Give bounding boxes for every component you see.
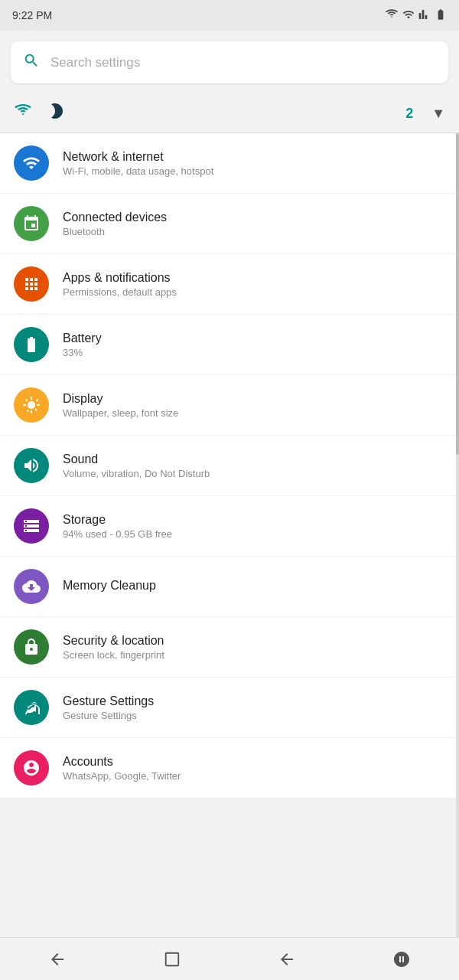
accounts-title: Accounts — [63, 755, 445, 769]
connected-devices-text: Connected devicesBluetooth — [63, 211, 445, 237]
battery-title: Battery — [63, 332, 445, 345]
settings-item-security[interactable]: Security & locationScreen lock, fingerpr… — [0, 617, 459, 678]
settings-list: Network & internetWi-Fi, mobile, data us… — [0, 133, 459, 799]
connected-devices-icon — [14, 206, 49, 241]
gesture-settings-title: Gesture Settings — [63, 694, 445, 708]
settings-scroll-area[interactable]: Network & internetWi-Fi, mobile, data us… — [0, 133, 459, 937]
network-icon — [14, 145, 49, 181]
settings-item-memory-cleanup[interactable]: Memory Cleanup — [0, 557, 459, 617]
moon-toggle-icon[interactable] — [47, 102, 66, 125]
settings-item-display[interactable]: DisplayWallpaper, sleep, font size — [0, 375, 459, 436]
display-title: Display — [63, 392, 445, 406]
accounts-text: AccountsWhatsApp, Google, Twitter — [63, 755, 445, 782]
sound-subtitle: Volume, vibration, Do Not Disturb — [63, 468, 445, 479]
search-bar[interactable]: Search settings — [11, 41, 448, 83]
apps-notifications-title: Apps & notifications — [63, 271, 445, 285]
settings-item-apps-notifications[interactable]: Apps & notificationsPermissions, default… — [0, 254, 459, 315]
status-bar: 9:22 PM — [0, 0, 459, 31]
chevron-down-icon[interactable]: ▼ — [431, 106, 445, 122]
signal-status-icon — [402, 8, 415, 24]
svg-rect-0 — [166, 952, 179, 965]
sound-icon — [14, 448, 49, 483]
display-icon — [14, 387, 49, 423]
settings-item-network[interactable]: Network & internetWi-Fi, mobile, data us… — [0, 133, 459, 194]
gesture-settings-subtitle: Gesture Settings — [63, 710, 445, 721]
scroll-track — [456, 133, 459, 937]
back-button[interactable] — [0, 938, 115, 980]
search-icon — [23, 52, 40, 73]
hotspot-status-icon — [385, 8, 399, 24]
network-subtitle: Wi-Fi, mobile, data usage, hotspot — [63, 165, 445, 177]
gesture-settings-text: Gesture SettingsGesture Settings — [63, 694, 445, 721]
security-subtitle: Screen lock, fingerprint — [63, 649, 445, 661]
battery-subtitle: 33% — [63, 347, 445, 358]
memory-cleanup-text: Memory Cleanup — [63, 579, 445, 594]
security-icon — [14, 629, 49, 665]
settings-item-accounts[interactable]: AccountsWhatsApp, Google, Twitter — [0, 738, 459, 799]
apps-notifications-icon — [14, 266, 49, 302]
display-subtitle: Wallpaper, sleep, font size — [63, 407, 445, 419]
memory-cleanup-icon — [14, 569, 49, 604]
apps-notifications-subtitle: Permissions, default apps — [63, 286, 445, 298]
settings-item-gesture-settings[interactable]: Gesture SettingsGesture Settings — [0, 678, 459, 738]
home-button[interactable] — [115, 938, 230, 980]
scroll-thumb — [456, 133, 459, 455]
storage-title: Storage — [63, 513, 445, 527]
settings-item-battery[interactable]: Battery33% — [0, 315, 459, 375]
status-icons — [385, 8, 447, 24]
sound-text: SoundVolume, vibration, Do Not Disturb — [63, 452, 445, 479]
battery-icon — [14, 327, 49, 362]
apps-notifications-text: Apps & notificationsPermissions, default… — [63, 271, 445, 298]
status-time: 9:22 PM — [12, 9, 52, 21]
accounts-icon — [14, 750, 49, 786]
sound-title: Sound — [63, 452, 445, 466]
storage-icon — [14, 508, 49, 544]
recent-apps-button[interactable] — [230, 938, 344, 980]
security-text: Security & locationScreen lock, fingerpr… — [63, 634, 445, 661]
gesture-settings-icon — [14, 690, 49, 725]
settings-item-connected-devices[interactable]: Connected devicesBluetooth — [0, 194, 459, 254]
bottom-nav — [0, 937, 459, 980]
battery-text: Battery33% — [63, 332, 445, 358]
hotspot-toggle-icon[interactable] — [14, 102, 32, 125]
settings-item-sound[interactable]: SoundVolume, vibration, Do Not Disturb — [0, 436, 459, 496]
memory-cleanup-title: Memory Cleanup — [63, 579, 445, 593]
connected-devices-subtitle: Bluetooth — [63, 226, 445, 237]
network-text: Network & internetWi-Fi, mobile, data us… — [63, 150, 445, 177]
toggle-count: 2 — [405, 106, 413, 122]
connected-devices-title: Connected devices — [63, 211, 445, 224]
assistant-button[interactable] — [344, 938, 459, 980]
battery-status-icon — [435, 8, 447, 24]
storage-subtitle: 94% used - 0.95 GB free — [63, 528, 445, 540]
display-text: DisplayWallpaper, sleep, font size — [63, 392, 445, 419]
settings-item-storage[interactable]: Storage94% used - 0.95 GB free — [0, 496, 459, 557]
network-signal-icon — [418, 8, 431, 24]
storage-text: Storage94% used - 0.95 GB free — [63, 513, 445, 540]
accounts-subtitle: WhatsApp, Google, Twitter — [63, 770, 445, 782]
quick-toggles-row: 2 ▼ — [0, 94, 459, 133]
security-title: Security & location — [63, 634, 445, 648]
search-placeholder: Search settings — [50, 55, 140, 70]
search-bar-container: Search settings — [0, 31, 459, 94]
network-title: Network & internet — [63, 150, 445, 164]
